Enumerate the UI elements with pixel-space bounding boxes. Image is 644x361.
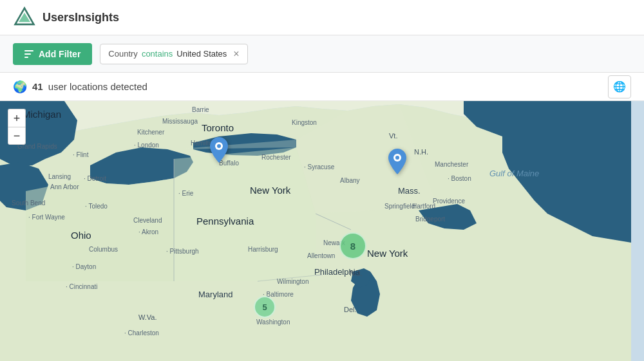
cluster-marker-8[interactable]: 8 xyxy=(339,232,366,259)
zoom-controls: + − xyxy=(8,109,26,145)
filter-field: Country xyxy=(108,49,138,59)
map-pin-buffalo[interactable] xyxy=(210,137,228,165)
filter-value: United States xyxy=(176,49,227,59)
stats-count: 41 xyxy=(32,81,43,92)
logo-text: UsersInsights xyxy=(43,11,119,24)
filter-icon xyxy=(24,50,33,58)
filter-operator: contains xyxy=(142,49,173,59)
zoom-in-button[interactable]: + xyxy=(8,109,26,127)
globe-view-button[interactable]: 🌐 xyxy=(608,75,631,98)
cluster-count: 8 xyxy=(350,241,355,252)
map-pin-mass[interactable] xyxy=(388,149,406,177)
map-background xyxy=(0,101,644,361)
globe-icon: 🌍 xyxy=(13,80,27,94)
svg-point-9 xyxy=(395,156,399,160)
stats-text: 🌍 41 user locations detected xyxy=(13,80,147,94)
cluster-count: 5 xyxy=(262,302,267,312)
stats-bar: 🌍 41 user locations detected 🌐 xyxy=(0,73,644,101)
active-filter-tag: Country contains United States × xyxy=(100,44,247,64)
add-filter-button[interactable]: Add Filter xyxy=(13,43,92,65)
logo-container: UsersInsights xyxy=(13,6,119,29)
globe-btn-icon: 🌐 xyxy=(613,80,626,93)
zoom-out-button[interactable]: − xyxy=(8,127,26,145)
header: UsersInsights xyxy=(0,0,644,35)
stats-label: user locations detected xyxy=(48,81,147,92)
logo-icon xyxy=(13,6,36,29)
add-filter-label: Add Filter xyxy=(39,49,80,59)
remove-filter-button[interactable]: × xyxy=(231,49,239,59)
cluster-marker-5[interactable]: 5 xyxy=(254,296,276,318)
map-area[interactable]: + − 8 5 Michigan Ohio Pennsylvania New Y… xyxy=(0,101,644,361)
toolbar: Add Filter Country contains United State… xyxy=(0,35,644,73)
svg-point-7 xyxy=(217,144,221,148)
